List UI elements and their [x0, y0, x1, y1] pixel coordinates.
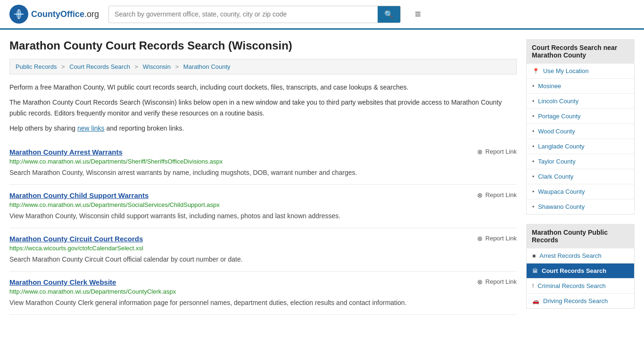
breadcrumb: Public Records > Court Records Search > …: [9, 59, 517, 74]
list-item[interactable]: • Portage County: [527, 109, 634, 124]
location-icon: 📍: [532, 68, 539, 74]
sidebar-criminal-records[interactable]: ! Criminal Records Search: [527, 279, 634, 294]
result-title[interactable]: Marathon County Clerk Website: [9, 278, 116, 286]
search-bar: 🔍: [108, 6, 401, 23]
report-icon: ⊗: [477, 278, 483, 286]
sidebar-nearby-header: Court Records Search near Marathon Count…: [526, 39, 635, 64]
criminal-records-link[interactable]: Criminal Records Search: [537, 282, 606, 289]
report-link-button[interactable]: ⊗ Report Link: [477, 278, 517, 286]
sidebar-court-records[interactable]: 🏛 Court Records Search: [527, 263, 634, 279]
sidebar-public-records-header: Marathon County Public Records: [526, 224, 635, 248]
main-layout: Marathon County Court Records Search (Wi…: [0, 30, 644, 328]
search-button[interactable]: 🔍: [378, 6, 400, 23]
logo-text: CountyOffice.org: [31, 9, 99, 19]
dot-icon: •: [532, 189, 534, 195]
breadcrumb-public-records[interactable]: Public Records: [16, 63, 57, 70]
sidebar-taylor-county-link[interactable]: Taylor County: [538, 158, 575, 165]
intro-text: Perform a free Marathon County, WI publi…: [9, 82, 517, 134]
list-item[interactable]: • Clark County: [527, 169, 634, 184]
search-icon: 🔍: [384, 10, 394, 18]
intro-para-2: The Marathon County Court Records Search…: [9, 97, 517, 118]
result-header: Marathon County Clerk Website ⊗ Report L…: [9, 278, 517, 286]
dot-icon: •: [532, 98, 534, 105]
breadcrumb-marathon-county[interactable]: Marathon County: [183, 63, 231, 70]
page-title: Marathon County Court Records Search (Wi…: [9, 39, 517, 52]
sidebar-waupaca-county-link[interactable]: Waupaca County: [538, 188, 585, 195]
header: CountyOffice.org 🔍 ≡: [0, 0, 644, 30]
arrest-records-link[interactable]: Arrest Records Search: [539, 252, 602, 259]
dot-icon: •: [532, 158, 534, 165]
report-link-button[interactable]: ⊗ Report Link: [477, 148, 517, 156]
sidebar-langlade-county-link[interactable]: Langlade County: [538, 143, 584, 150]
sidebar-wood-county-link[interactable]: Wood County: [538, 128, 575, 135]
result-item: Marathon County Arrest Warrants ⊗ Report…: [9, 141, 517, 185]
result-item: Marathon County Child Support Warrants ⊗…: [9, 185, 517, 228]
sidebar-portage-county-link[interactable]: Portage County: [538, 113, 580, 120]
court-icon: 🏛: [532, 268, 538, 274]
sidebar: Court Records Search near Marathon Count…: [526, 39, 635, 318]
main-content: Marathon County Court Records Search (Wi…: [9, 39, 517, 318]
result-desc: Search Marathon County Circuit Court off…: [9, 255, 517, 264]
breadcrumb-sep-3: >: [175, 63, 179, 70]
dot-icon: •: [532, 143, 534, 150]
result-url: http://www.co.marathon.wi.us/Departments…: [9, 158, 517, 165]
breadcrumb-court-records[interactable]: Court Records Search: [69, 63, 130, 70]
result-title[interactable]: Marathon County Arrest Warrants: [9, 148, 123, 156]
sidebar-clark-county-link[interactable]: Clark County: [538, 173, 573, 180]
report-link-button[interactable]: ⊗ Report Link: [477, 191, 517, 199]
criminal-icon: !: [532, 283, 534, 289]
result-item: Marathon County Circuit Court Records ⊗ …: [9, 228, 517, 272]
result-item: Marathon County Clerk Website ⊗ Report L…: [9, 272, 517, 315]
breadcrumb-sep-2: >: [135, 63, 139, 70]
dot-icon: •: [532, 83, 534, 90]
court-records-link[interactable]: Court Records Search: [542, 267, 606, 274]
sidebar-use-my-location[interactable]: 📍 Use My Location: [527, 64, 634, 79]
result-title[interactable]: Marathon County Child Support Warrants: [9, 191, 149, 199]
result-header: Marathon County Circuit Court Records ⊗ …: [9, 235, 517, 243]
sidebar-lincoln-county-link[interactable]: Lincoln County: [538, 98, 578, 105]
sidebar-public-records-links: ■ Arrest Records Search 🏛 Court Records …: [526, 248, 635, 309]
list-item[interactable]: • Langlade County: [527, 139, 634, 154]
report-icon: ⊗: [477, 148, 483, 156]
dot-icon: •: [532, 204, 534, 210]
intro-para-3: Help others by sharing new links and rep…: [9, 123, 517, 133]
sidebar-nearby-links: 📍 Use My Location • Mosinee • Lincoln Co…: [526, 64, 635, 214]
driving-icon: 🚗: [532, 298, 539, 304]
list-item[interactable]: • Waupaca County: [527, 184, 634, 199]
driving-records-link[interactable]: Driving Records Search: [543, 297, 608, 304]
sidebar-driving-records[interactable]: 🚗 Driving Records Search: [527, 294, 634, 308]
breadcrumb-wisconsin[interactable]: Wisconsin: [143, 63, 171, 70]
result-desc: View Marathon County Clerk general infor…: [9, 298, 517, 308]
list-item[interactable]: • Mosinee: [527, 79, 634, 94]
logo[interactable]: CountyOffice.org: [9, 5, 99, 24]
result-desc: Search Marathon County, Wisconsin arrest…: [9, 168, 517, 178]
dot-icon: •: [532, 128, 534, 135]
result-header: Marathon County Child Support Warrants ⊗…: [9, 191, 517, 199]
result-title[interactable]: Marathon County Circuit Court Records: [9, 235, 143, 243]
result-url: https://wcca.wicourts.gov/ctofcCalendarS…: [9, 245, 517, 252]
report-link-button[interactable]: ⊗ Report Link: [477, 235, 517, 242]
search-input[interactable]: [109, 7, 378, 22]
breadcrumb-sep-1: >: [61, 63, 65, 70]
sidebar-mosinee-link[interactable]: Mosinee: [538, 82, 561, 90]
logo-icon: [9, 5, 28, 24]
list-item[interactable]: • Taylor County: [527, 154, 634, 169]
results-list: Marathon County Arrest Warrants ⊗ Report…: [9, 141, 517, 315]
sidebar-arrest-records[interactable]: ■ Arrest Records Search: [527, 248, 634, 263]
result-url: http://www.co.marathon.wi.us/Departments…: [9, 201, 517, 208]
report-icon: ⊗: [477, 235, 483, 242]
arrest-icon: ■: [532, 253, 536, 259]
report-icon: ⊗: [477, 191, 483, 199]
sidebar-shawano-county-link[interactable]: Shawano County: [538, 203, 585, 210]
list-item[interactable]: • Lincoln County: [527, 94, 634, 109]
use-my-location-link[interactable]: Use My Location: [543, 67, 589, 74]
new-links-link[interactable]: new links: [77, 124, 105, 132]
result-desc: View Marathon County, Wisconsin child su…: [9, 211, 517, 221]
dot-icon: •: [532, 113, 534, 120]
list-item[interactable]: • Shawano County: [527, 199, 634, 214]
intro-para-1: Perform a free Marathon County, WI publi…: [9, 82, 517, 92]
hamburger-icon: ≡: [415, 8, 421, 20]
hamburger-button[interactable]: ≡: [415, 8, 421, 20]
list-item[interactable]: • Wood County: [527, 124, 634, 139]
result-url: http://www.co.marathon.wi.us/Departments…: [9, 288, 517, 295]
